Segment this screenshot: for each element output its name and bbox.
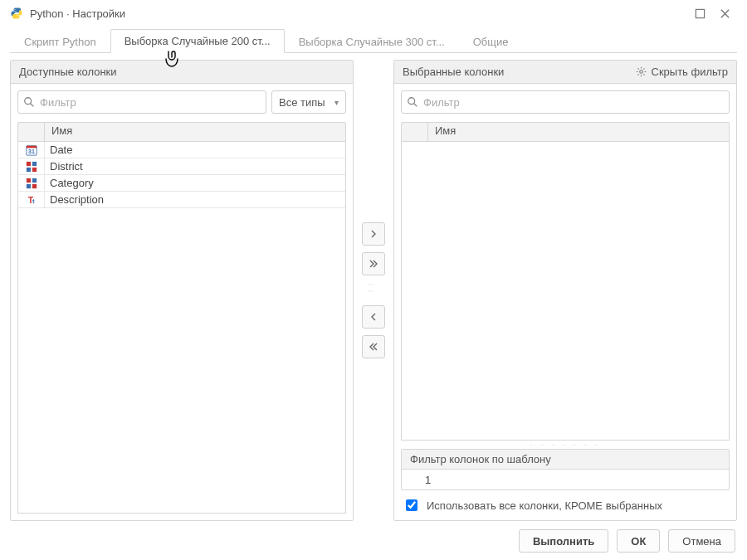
cancel-button[interactable]: Отмена xyxy=(668,529,735,553)
gear-icon[interactable] xyxy=(636,66,647,77)
chevron-down-icon: ▾ xyxy=(334,98,339,107)
use-except-label: Использовать все колонки, КРОМЕ выбранны… xyxy=(427,499,662,512)
pattern-filter-box: Фильтр колонок по шаблону 1 xyxy=(401,449,730,490)
move-left-all-button[interactable] xyxy=(362,335,385,358)
selected-columns-panel: Выбранные колонки Скрыть фильтр xyxy=(393,60,737,521)
svg-point-15 xyxy=(639,71,642,74)
window-title: Python · Настройки xyxy=(30,7,125,20)
selected-filter-input[interactable] xyxy=(401,90,730,114)
tab-sample-200[interactable]: Выборка Случайные 200 ст... xyxy=(110,29,285,53)
available-list[interactable]: 31 Date District Category xyxy=(17,142,346,514)
svg-text:t: t xyxy=(32,197,34,205)
selected-list[interactable] xyxy=(401,142,730,441)
tab-sample-300[interactable]: Выборка Случайные 300 ст... xyxy=(285,30,459,53)
types-dropdown[interactable]: Все типы ▾ xyxy=(271,90,346,114)
svg-rect-5 xyxy=(26,161,30,165)
pattern-filter-label: Фильтр колонок по шаблону xyxy=(402,450,729,470)
available-column-header: Имя xyxy=(45,123,345,141)
ok-button[interactable]: ОК xyxy=(617,529,660,553)
dialog-footer: Выполнить ОК Отмена xyxy=(0,522,747,560)
transfer-buttons: ⋮⋮ xyxy=(354,60,393,521)
list-item[interactable]: District xyxy=(18,158,345,175)
svg-rect-3 xyxy=(26,145,36,148)
types-dropdown-label: Все типы xyxy=(279,96,325,109)
svg-rect-11 xyxy=(26,183,30,187)
title-bar: Python · Настройки xyxy=(0,0,747,27)
execute-button[interactable]: Выполнить xyxy=(519,529,608,553)
search-icon xyxy=(407,96,418,108)
svg-rect-12 xyxy=(32,183,36,187)
grid-icon xyxy=(18,158,45,174)
list-item[interactable]: Category xyxy=(18,175,345,192)
svg-rect-0 xyxy=(696,9,704,17)
selected-column-header: Имя xyxy=(428,123,729,141)
list-item[interactable]: 31 Date xyxy=(18,142,345,158)
tab-bar: Скрипт Python Выборка Случайные 200 ст..… xyxy=(0,27,747,53)
move-right-button[interactable] xyxy=(362,222,385,246)
move-left-button[interactable] xyxy=(362,305,385,329)
list-item[interactable]: Tt Description xyxy=(18,192,345,208)
window-close-icon[interactable] xyxy=(712,1,737,26)
available-columns-panel: Доступные колонки Все типы ▾ xyxy=(10,60,354,521)
list-item-label: District xyxy=(45,160,345,173)
horizontal-splitter-icon[interactable]: · · · · · · · xyxy=(401,441,730,449)
use-except-checkbox-row[interactable]: Использовать все колонки, КРОМЕ выбранны… xyxy=(401,490,730,514)
splitter-grip-icon[interactable]: ⋮⋮ xyxy=(369,282,378,299)
calendar-icon: 31 xyxy=(18,142,45,158)
available-filter-input[interactable] xyxy=(17,90,266,114)
list-item-label: Date xyxy=(45,144,345,156)
tab-script-python[interactable]: Скрипт Python xyxy=(10,30,110,53)
list-item-label: Category xyxy=(45,177,345,189)
svg-rect-8 xyxy=(32,167,36,171)
svg-point-1 xyxy=(25,98,32,105)
tab-general[interactable]: Общие xyxy=(459,30,523,53)
list-item-label: Description xyxy=(45,193,345,206)
svg-text:31: 31 xyxy=(28,149,35,154)
svg-rect-9 xyxy=(26,178,30,182)
text-icon: Tt xyxy=(18,192,45,207)
selected-columns-title: Выбранные колонки xyxy=(403,66,504,78)
svg-point-16 xyxy=(408,98,415,105)
move-right-all-button[interactable] xyxy=(362,252,385,275)
window-maximize-icon[interactable] xyxy=(687,1,712,26)
available-columns-title: Доступные колонки xyxy=(19,66,117,78)
svg-rect-6 xyxy=(32,161,36,165)
grid-icon xyxy=(18,175,45,191)
svg-rect-7 xyxy=(26,167,30,171)
python-logo-icon xyxy=(10,7,25,20)
hide-filter-link[interactable]: Скрыть фильтр xyxy=(652,66,728,78)
svg-rect-10 xyxy=(32,178,36,182)
search-icon xyxy=(23,96,35,108)
pattern-filter-value[interactable]: 1 xyxy=(402,470,729,489)
use-except-checkbox[interactable] xyxy=(406,499,417,511)
